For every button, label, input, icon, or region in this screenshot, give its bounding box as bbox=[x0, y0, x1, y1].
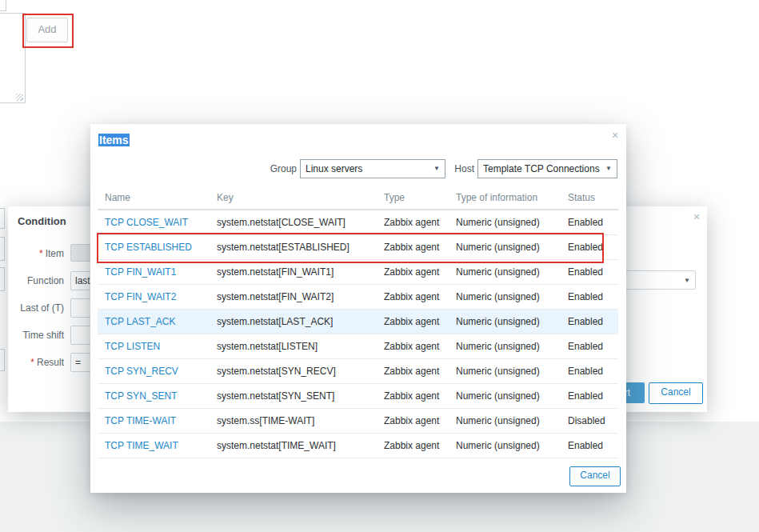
item-type-cell: Zabbix agent bbox=[377, 260, 449, 285]
item-info-cell: Numeric (unsigned) bbox=[449, 285, 561, 310]
item-name-link[interactable]: TCP SYN_RECV bbox=[105, 366, 178, 377]
chevron-down-icon: ▼ bbox=[605, 160, 612, 178]
table-header-row: Name Key Type Type of information Status bbox=[98, 189, 618, 210]
item-name-link[interactable]: TCP FIN_WAIT1 bbox=[105, 266, 176, 278]
table-row: TCP FIN_WAIT1 system.netstat[FIN_WAIT1] … bbox=[98, 260, 618, 285]
item-name-cell: TCP ESTABLISHED bbox=[98, 235, 210, 260]
item-type-cell: Zabbix agent bbox=[377, 285, 449, 310]
item-name-cell: TCP LISTEN bbox=[98, 334, 210, 359]
condition-cancel-button[interactable]: Cancel bbox=[649, 382, 703, 404]
item-name-link[interactable]: TCP TIME-WAIT bbox=[105, 415, 176, 426]
group-filter-label: Group bbox=[268, 159, 297, 178]
table-row: TCP SYN_RECV system.netstat[SYN_RECV] Za… bbox=[98, 359, 618, 384]
item-name-link[interactable]: TCP LAST_ACK bbox=[105, 316, 175, 327]
background-input-fragment[interactable] bbox=[0, 208, 5, 229]
table-row: TCP TIME_WAIT system.netstat[TIME_WAIT] … bbox=[98, 434, 618, 458]
last-of-field-label: Last of (T) bbox=[8, 298, 64, 318]
item-type-cell: Zabbix agent bbox=[377, 334, 449, 359]
status-badge[interactable]: Enabled bbox=[561, 384, 618, 409]
item-name-cell: TCP FIN_WAIT1 bbox=[98, 260, 210, 285]
item-key-cell: system.netstat[SYN_SENT] bbox=[210, 384, 377, 409]
item-info-cell: Numeric (unsigned) bbox=[449, 235, 561, 260]
status-badge[interactable]: Enabled bbox=[561, 285, 618, 310]
table-row: TCP LAST_ACK system.netstat[LAST_ACK] Za… bbox=[98, 310, 618, 334]
item-key-cell: system.ss[TIME-WAIT] bbox=[210, 409, 377, 434]
item-type-cell: Zabbix agent bbox=[377, 384, 449, 409]
background-input-fragment[interactable] bbox=[0, 0, 6, 11]
status-badge[interactable]: Enabled bbox=[561, 210, 618, 235]
required-asterisk: * bbox=[39, 248, 43, 259]
item-key-cell: system.netstat[CLOSE_WAIT] bbox=[210, 210, 377, 235]
background-textarea[interactable] bbox=[0, 13, 26, 103]
item-field-label: *Item bbox=[8, 244, 64, 263]
status-badge[interactable]: Enabled bbox=[561, 359, 618, 384]
item-info-cell: Numeric (unsigned) bbox=[449, 310, 561, 334]
table-row: TCP SYN_SENT system.netstat[SYN_SENT] Za… bbox=[98, 384, 618, 409]
item-name-link[interactable]: TCP ESTABLISHED bbox=[105, 242, 192, 253]
item-key-cell: system.netstat[LISTEN] bbox=[210, 334, 377, 359]
background-input-fragment[interactable] bbox=[0, 267, 5, 291]
item-name-link[interactable]: TCP CLOSE_WAIT bbox=[105, 217, 188, 228]
table-row: TCP CLOSE_WAIT system.netstat[CLOSE_WAIT… bbox=[98, 210, 618, 235]
table-row: TCP TIME-WAIT system.ss[TIME-WAIT] Zabbi… bbox=[98, 409, 618, 434]
item-key-cell: system.netstat[SYN_RECV] bbox=[210, 359, 377, 384]
item-name-cell: TCP FIN_WAIT2 bbox=[98, 285, 210, 310]
item-name-cell: TCP TIME_WAIT bbox=[98, 434, 210, 458]
item-info-cell: Numeric (unsigned) bbox=[449, 409, 561, 434]
item-name-link[interactable]: TCP SYN_SENT bbox=[105, 390, 177, 402]
item-name-cell: TCP TIME-WAIT bbox=[98, 409, 210, 434]
items-modal: Items ✕ Group Linux servers ▼ Host Templ… bbox=[90, 124, 626, 493]
background-input-fragment[interactable] bbox=[0, 237, 5, 261]
item-type-cell: Zabbix agent bbox=[377, 359, 449, 384]
items-cancel-button[interactable]: Cancel bbox=[569, 466, 621, 486]
item-info-cell: Numeric (unsigned) bbox=[449, 334, 561, 359]
item-type-cell: Zabbix agent bbox=[377, 409, 449, 434]
item-name-cell: TCP SYN_SENT bbox=[98, 384, 210, 409]
table-row: TCP ESTABLISHED system.netstat[ESTABLISH… bbox=[98, 235, 618, 260]
items-table: Name Key Type Type of information Status… bbox=[98, 189, 618, 458]
status-badge[interactable]: Enabled bbox=[561, 260, 618, 285]
status-badge[interactable]: Enabled bbox=[561, 334, 618, 359]
add-button[interactable]: Add bbox=[26, 18, 68, 42]
item-info-cell: Numeric (unsigned) bbox=[449, 434, 561, 458]
items-modal-title: Items bbox=[98, 134, 130, 146]
item-info-cell: Numeric (unsigned) bbox=[449, 359, 561, 384]
column-header-name: Name bbox=[98, 189, 210, 210]
condition-dialog-title: Condition bbox=[18, 215, 66, 227]
item-type-cell: Zabbix agent bbox=[377, 210, 449, 235]
chevron-down-icon: ▼ bbox=[433, 160, 440, 178]
function-field-label: Function bbox=[8, 271, 64, 290]
column-header-status: Status bbox=[561, 189, 618, 210]
item-name-link[interactable]: TCP LISTEN bbox=[105, 341, 160, 352]
column-header-type: Type bbox=[377, 189, 449, 210]
status-badge[interactable]: Enabled bbox=[561, 434, 618, 458]
status-badge[interactable]: Enabled bbox=[561, 310, 618, 334]
column-header-type-of-information: Type of information bbox=[449, 189, 561, 210]
status-badge[interactable]: Disabled bbox=[561, 409, 618, 434]
resize-handle-icon[interactable] bbox=[16, 94, 23, 101]
time-shift-field-label: Time shift bbox=[8, 326, 64, 345]
host-select[interactable]: Template TCP Connections ▼ bbox=[477, 159, 617, 178]
item-name-link[interactable]: TCP FIN_WAIT2 bbox=[105, 291, 176, 302]
group-select[interactable]: Linux servers ▼ bbox=[300, 159, 445, 178]
page: Add Condition ✕ *Item Function last Last… bbox=[0, 0, 759, 532]
item-name-cell: TCP CLOSE_WAIT bbox=[98, 210, 210, 235]
close-icon[interactable]: ✕ bbox=[691, 211, 702, 222]
item-type-cell: Zabbix agent bbox=[377, 235, 449, 260]
background-input-fragment[interactable] bbox=[0, 349, 5, 371]
status-badge[interactable]: Enabled bbox=[561, 235, 618, 260]
column-header-key: Key bbox=[210, 189, 377, 210]
item-name-cell: TCP LAST_ACK bbox=[98, 310, 210, 334]
items-table-body: TCP CLOSE_WAIT system.netstat[CLOSE_WAIT… bbox=[98, 210, 618, 458]
item-info-cell: Numeric (unsigned) bbox=[449, 260, 561, 285]
close-icon[interactable]: ✕ bbox=[609, 130, 621, 141]
item-type-cell: Zabbix agent bbox=[377, 310, 449, 334]
item-key-cell: system.netstat[FIN_WAIT1] bbox=[210, 260, 377, 285]
item-key-cell: system.netstat[TIME_WAIT] bbox=[210, 434, 377, 458]
host-filter-label: Host bbox=[453, 159, 474, 178]
item-name-cell: TCP SYN_RECV bbox=[98, 359, 210, 384]
item-name-link[interactable]: TCP TIME_WAIT bbox=[105, 440, 178, 451]
item-type-cell: Zabbix agent bbox=[377, 434, 449, 458]
item-key-cell: system.netstat[LAST_ACK] bbox=[210, 310, 377, 334]
item-key-cell: system.netstat[FIN_WAIT2] bbox=[210, 285, 377, 310]
